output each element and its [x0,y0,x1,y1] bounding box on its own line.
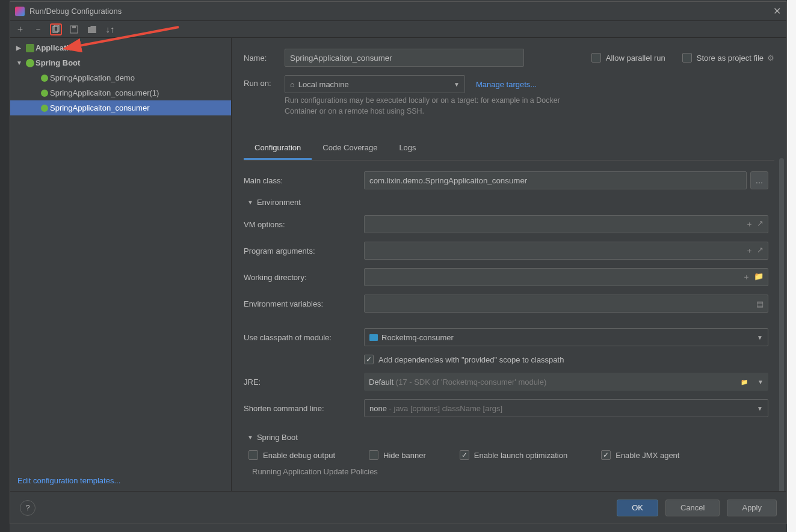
ok-button[interactable]: OK [617,500,658,516]
vm-options-input[interactable] [364,215,768,233]
save-config-button[interactable] [68,23,80,35]
config-tree: ▶ Application ▼ Spring Boot SpringApplic… [10,38,231,470]
runon-dropdown[interactable]: ⌂ Local machine ▼ [285,75,465,93]
add-provided-checkbox[interactable]: Add dependencies with "provided" scope t… [364,355,564,364]
hide-banner-checkbox[interactable]: Hide banner [369,450,426,460]
section-label: Environment [257,198,301,207]
expand-icon[interactable]: ↗ [757,245,764,256]
field-actions: ＋ ↗ [745,219,764,230]
shorten-dropdown[interactable]: none - java [options] className [args] ▼ [364,399,768,417]
edit-templates-link-row: Edit configuration templates... [10,470,231,491]
edit-templates-link[interactable]: Edit configuration templates... [17,476,120,485]
jre-row: JRE: Default (17 - SDK of 'Rocketmq-cons… [244,373,768,391]
main-class-input[interactable] [364,171,747,189]
enable-debug-checkbox[interactable]: Enable debug output [248,450,335,460]
ide-right-strip [787,0,796,532]
spring-checkboxes: Enable debug output Hide banner Enable l… [244,450,768,460]
section-label: Spring Boot [257,433,298,442]
classpath-row: Use classpath of module: Rocketmq-consum… [244,328,768,346]
checkbox-icon [364,355,374,364]
jre-hint: (17 - SDK of 'Rocketmq-consumer' module) [396,378,547,387]
jre-dropdown[interactable]: Default (17 - SDK of 'Rocketmq-consumer'… [364,373,768,391]
checkbox-label: Allow parallel run [606,54,665,63]
env-vars-row: Environment variables: ▤ [244,295,768,313]
chevron-down-icon: ▼ [16,60,25,66]
tree-group-application[interactable]: ▶ Application [10,40,231,55]
folder-open-icon[interactable]: 📁 [741,379,748,385]
plus-icon[interactable]: ＋ [742,272,750,283]
tab-configuration[interactable]: Configuration [244,139,312,160]
tree-item-consumer-1[interactable]: SpringApplicaiton_consumer(1) [10,85,231,100]
environment-section-header[interactable]: ▼ Environment [247,198,768,207]
apply-button[interactable]: Apply [727,500,777,516]
folder-icon[interactable] [86,23,98,35]
program-args-row: Program arguments: ＋ ↗ [244,242,768,260]
remove-config-button[interactable]: － [32,23,44,35]
tree-item-demo[interactable]: SpringApplication_demo [10,70,231,85]
main-class-row: Main class: … [244,171,768,189]
sidebar: ▶ Application ▼ Spring Boot SpringApplic… [10,38,232,491]
tree-label: SpringApplicaiton_consumer(1) [50,88,159,97]
folder-open-icon[interactable]: 📁 [754,272,764,283]
name-label: Name: [244,54,285,63]
store-as-project-checkbox[interactable]: Store as project file [682,53,764,63]
home-icon: ⌂ [290,80,295,89]
sort-icon[interactable]: ↓↑ [104,23,116,35]
program-args-input[interactable] [364,242,768,260]
working-dir-row: Working directory: ＋ 📁 [244,268,768,286]
vm-options-row: VM options: ＋ ↗ [244,215,768,233]
spring-icon [25,59,35,67]
chevron-down-icon: ▼ [247,434,253,441]
program-args-label: Program arguments: [244,246,364,255]
checkbox-icon [682,53,692,63]
env-vars-input[interactable] [364,295,768,313]
checkbox-label: Hide banner [383,451,426,460]
spring-boot-section-header[interactable]: ▼ Spring Boot [247,433,768,442]
buttons-bar: ? OK Cancel Apply [10,491,786,524]
toolbar: ＋ － ↓↑ [10,21,786,38]
scrollbar[interactable] [779,158,784,491]
manage-targets-link[interactable]: Manage targets... [476,80,537,89]
enable-jmx-checkbox[interactable]: Enable JMX agent [601,450,679,460]
tab-logs[interactable]: Logs [388,139,427,160]
checkbox-label: Enable debug output [263,451,335,460]
checkbox-icon [601,450,611,460]
main-panel: Name: Allow parallel run Store as projec… [232,38,786,491]
shorten-label: Shorten command line: [244,404,364,413]
field-actions: ▤ [756,299,764,308]
cancel-button[interactable]: Cancel [665,500,720,516]
enable-launch-opt-checkbox[interactable]: Enable launch optimization [460,450,567,460]
dialog-body: ▶ Application ▼ Spring Boot SpringApplic… [10,38,786,491]
plus-icon[interactable]: ＋ [745,219,753,230]
chevron-down-icon: ▼ [454,81,460,88]
checkbox-icon [248,450,258,460]
close-icon[interactable]: ✕ [772,7,782,16]
dialog-title: Run/Debug Configurations [29,7,772,16]
expand-icon[interactable]: ↗ [757,219,764,230]
checkbox-icon [591,53,601,63]
list-icon[interactable]: ▤ [756,299,764,308]
plus-icon[interactable]: ＋ [745,245,753,256]
tree-group-spring-boot[interactable]: ▼ Spring Boot [10,55,231,70]
classpath-dropdown[interactable]: Rocketmq-consumer ▼ [364,328,768,346]
browse-main-class-button[interactable]: … [750,171,768,189]
copy-config-button[interactable] [50,23,62,35]
help-button[interactable]: ? [20,500,35,516]
chevron-down-icon: ▼ [757,379,764,385]
run-debug-dialog: Run/Debug Configurations ✕ ＋ － ↓↑ ▶ [10,1,787,524]
checkbox-label: Enable launch optimization [474,451,567,460]
runon-row: Run on: ⌂ Local machine ▼ Manage targets… [244,75,774,117]
titlebar: Run/Debug Configurations ✕ [10,2,786,21]
working-dir-input[interactable] [364,268,768,286]
tree-item-consumer[interactable]: SpringApplicaiton_consumer [10,100,231,115]
allow-parallel-checkbox[interactable]: Allow parallel run [591,53,665,63]
name-input[interactable] [285,49,524,67]
field-actions: ＋ ↗ [745,245,764,256]
gear-icon[interactable]: ⚙ [767,54,774,63]
add-config-button[interactable]: ＋ [14,23,26,35]
tab-code-coverage[interactable]: Code Coverage [312,139,388,160]
working-dir-label: Working directory: [244,273,364,282]
runon-value: Local machine [298,80,349,89]
checkbox-label: Enable JMX agent [616,451,679,460]
ide-left-strip [0,0,10,532]
